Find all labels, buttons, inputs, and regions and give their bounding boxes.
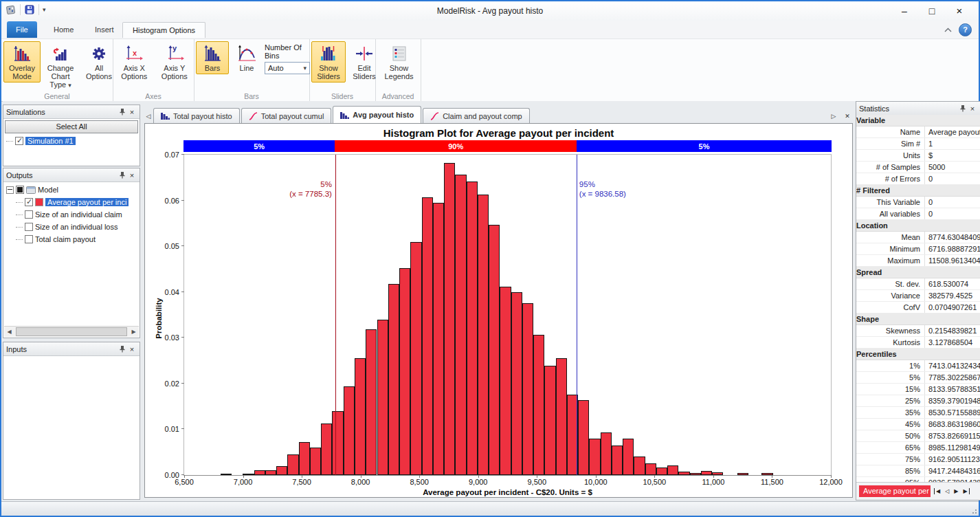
slider-segment-1[interactable]: 90%	[335, 140, 577, 152]
slider-segment-0[interactable]: 5%	[183, 140, 335, 152]
scrollbar-thumb[interactable]	[16, 327, 127, 336]
stats-row-value: 11508.9613404173	[925, 255, 980, 266]
change-chart-type-icon	[51, 43, 70, 64]
scroll-right-icon[interactable]: ▶	[129, 329, 139, 335]
stats-row: 50%8753.82669115417	[856, 430, 980, 442]
statistics-bottom-bar: Average payout per ◀ ◁ ▶ ▶	[856, 482, 980, 500]
output-label[interactable]: Size of an individual loss	[35, 223, 118, 231]
outputs-horizontal-scrollbar[interactable]: ◀ ▶	[4, 326, 139, 337]
show-sliders-button[interactable]: Show Sliders	[311, 41, 346, 82]
close-icon[interactable]: ×	[968, 104, 977, 113]
stats-row-value: 5000	[925, 162, 980, 173]
simulation-label[interactable]: Simulation #1	[25, 137, 76, 145]
axis-y-options-button[interactable]: y Axis Y Options	[155, 41, 194, 82]
chart-tab-claim-and-payout-comp[interactable]: Claim and payout comp	[423, 108, 530, 123]
output-checkbox[interactable]	[25, 223, 33, 231]
close-icon[interactable]: ×	[127, 170, 137, 180]
tree-collapse-icon[interactable]	[6, 186, 14, 194]
histogram-bar	[589, 439, 600, 475]
stats-row-value: 8359.37901948975	[925, 395, 980, 406]
tab-home[interactable]: Home	[44, 22, 83, 37]
window-title: ModelRisk - Avg payout histo	[1, 6, 979, 16]
stats-row: NameAverage payout per	[856, 126, 980, 138]
help-icon[interactable]: ?	[959, 23, 972, 36]
close-button[interactable]: ×	[946, 3, 973, 19]
tab-file[interactable]: File	[7, 21, 37, 38]
pin-icon[interactable]	[118, 170, 127, 180]
scroll-left-icon[interactable]: ◀	[4, 329, 14, 335]
stats-row-value: 382579.4525	[925, 290, 980, 301]
stats-row: Skewness0.2154839821	[856, 325, 980, 337]
tree-connector	[16, 239, 23, 240]
tab-histogram-options[interactable]: Histogram Options	[122, 22, 205, 38]
p5-slider-line[interactable]	[335, 155, 336, 475]
overlay-mode-button[interactable]: Overlay Mode	[3, 41, 41, 82]
p95-slider-line[interactable]	[577, 155, 577, 475]
output-checkbox[interactable]	[25, 198, 33, 206]
output-label[interactable]: Average payout per inci	[45, 198, 129, 206]
chart-tab-label: Claim and payout comp	[443, 112, 522, 120]
collapse-ribbon-icon[interactable]	[943, 26, 953, 34]
show-legends-button[interactable]: Show Legends	[377, 41, 421, 82]
close-icon[interactable]: ×	[127, 344, 137, 354]
stats-row-label: 1%	[856, 360, 925, 371]
stats-row: This Variable0	[856, 197, 980, 208]
stats-row: # of Errors0	[856, 173, 980, 185]
change-chart-type-button[interactable]: Change Chart Type ▾	[42, 41, 79, 91]
pin-icon[interactable]	[118, 107, 127, 117]
app-window: ▾ ModelRisk - Avg payout histo – □ × Fil…	[0, 0, 980, 517]
svg-text:y: y	[172, 44, 177, 52]
pin-icon[interactable]	[958, 104, 968, 113]
resize-grip[interactable]	[970, 507, 977, 514]
bars-button[interactable]: Bars	[196, 41, 229, 74]
maximize-button[interactable]: □	[918, 3, 946, 19]
pin-icon[interactable]	[118, 344, 127, 354]
stats-row-value: 618.530074	[925, 278, 980, 289]
nav-prev-icon[interactable]: ◁	[945, 488, 949, 494]
chevron-down-icon: ▾	[68, 82, 71, 89]
line-button[interactable]: Line	[230, 41, 263, 74]
output-label[interactable]: Size of an individual claim	[35, 210, 122, 219]
histogram-bar	[276, 466, 287, 475]
status-bar	[1, 501, 979, 516]
simulation-checkbox[interactable]	[15, 137, 23, 145]
variable-tab[interactable]: Average payout per	[859, 485, 931, 497]
select-all-button[interactable]: Select All	[5, 120, 138, 133]
output-checkbox[interactable]	[25, 210, 33, 219]
histogram-bar	[634, 456, 645, 475]
minimize-button[interactable]: –	[891, 3, 918, 19]
number-of-bins-select[interactable]: Auto ▾	[265, 62, 310, 74]
all-options-button[interactable]: All Options	[80, 41, 118, 82]
close-icon[interactable]: ×	[127, 107, 137, 117]
percentile-slider-bar[interactable]: 5%90%5%	[183, 140, 832, 152]
slider-segment-2[interactable]: 5%	[577, 140, 832, 152]
ribbon-tab-row: File Home Insert Histogram Options	[1, 21, 979, 38]
tab-scroll-left-icon[interactable]: ◁	[144, 109, 153, 123]
tab-close-icon[interactable]: ✕	[843, 109, 852, 123]
model-checkbox[interactable]	[16, 186, 24, 194]
chart-tab-avg-payout-histo[interactable]: Avg payout histo	[333, 106, 421, 123]
chart-tab-total-payout-cumul[interactable]: Total payout cumul	[241, 108, 332, 123]
tab-insert[interactable]: Insert	[85, 22, 124, 37]
show-legends-label: Show Legends	[380, 64, 418, 80]
output-checkbox[interactable]	[25, 235, 33, 243]
histogram-bar	[556, 358, 567, 475]
axis-x-options-button[interactable]: x Axis X Options	[115, 41, 154, 82]
model-label[interactable]: Model	[38, 186, 58, 194]
nav-last-icon[interactable]: ▶	[963, 488, 967, 494]
stats-row: Mean8774.63048409802	[856, 232, 980, 243]
simulations-panel-title: Simulations	[6, 108, 45, 116]
histogram-bar	[467, 182, 478, 475]
output-label[interactable]: Total claim payout	[35, 235, 96, 243]
nav-first-icon[interactable]: ◀	[936, 488, 940, 494]
overlay-histogram-icon	[12, 43, 32, 64]
histogram-bar	[321, 424, 332, 475]
chart-tab-total-payout-histo[interactable]: Total payout histo	[153, 108, 240, 123]
stats-row: 45%8683.86319860532	[856, 419, 980, 430]
tab-scroll-right-icon[interactable]: ▷	[829, 109, 838, 123]
stats-row-value: 3.127868504	[925, 337, 980, 348]
y-tick-label: 0.06	[165, 197, 179, 205]
nav-next-icon[interactable]: ▶	[954, 488, 958, 494]
stats-row-value: 0	[925, 197, 980, 208]
simulations-panel: Simulations × Select All Simulation #1	[3, 104, 140, 166]
